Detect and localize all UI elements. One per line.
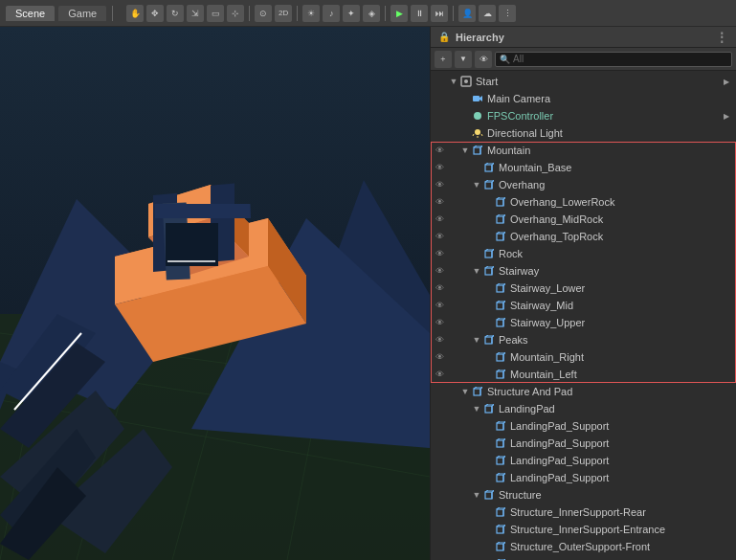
- transform-tool-icon[interactable]: ⊹: [227, 5, 244, 22]
- hierarchy-tree[interactable]: ▼Start▶Main CameraFPSController▶Directio…: [431, 71, 736, 560]
- item-type-icon: [471, 92, 484, 105]
- visibility-eye-icon[interactable]: 👁: [431, 352, 448, 362]
- tree-item-mountain-base[interactable]: 👁Mountain_Base: [431, 159, 736, 176]
- settings-icon[interactable]: ⋮: [499, 5, 516, 22]
- scale-tool-icon[interactable]: ⇲: [187, 5, 204, 22]
- pause-icon[interactable]: ⏸: [411, 5, 428, 22]
- visibility-eye-icon[interactable]: 👁: [431, 180, 448, 190]
- visibility-eye-icon[interactable]: 👁: [431, 283, 448, 293]
- expand-arrow[interactable]: ▼: [471, 266, 482, 276]
- item-type-icon: [494, 505, 507, 519]
- account-icon[interactable]: 👤: [458, 5, 476, 22]
- tab-game[interactable]: Game: [58, 6, 106, 21]
- panel-menu-icon[interactable]: ⋮: [715, 30, 728, 45]
- item-label: Overhang: [499, 179, 732, 190]
- expand-arrow[interactable]: ▼: [471, 404, 482, 414]
- step-icon[interactable]: ⏭: [431, 5, 448, 22]
- expand-arrow[interactable]: ▼: [448, 77, 459, 86]
- expand-arrow[interactable]: ▼: [471, 335, 482, 345]
- tree-item-landingpad-support4[interactable]: LandingPad_Support: [431, 469, 736, 486]
- tree-item-structure-outersupport-front[interactable]: Structure_OuterSupport-Front: [431, 538, 736, 555]
- tree-item-structure-outersupport-back[interactable]: Strcuture_OuterSupport-Back: [431, 555, 736, 560]
- expand-arrow[interactable]: ▼: [471, 490, 482, 500]
- tree-item-landingpad-support2[interactable]: LandingPad_Support: [431, 435, 736, 452]
- search-box[interactable]: 🔍 All: [495, 52, 732, 67]
- move-tool-icon[interactable]: ✥: [146, 5, 164, 22]
- tree-item-stairway-upper[interactable]: 👁Stairway_Upper: [431, 314, 736, 331]
- visibility-eye-icon[interactable]: 👁: [431, 370, 448, 379]
- search-icon: 🔍: [500, 55, 510, 64]
- tree-item-peaks[interactable]: 👁▼Peaks: [431, 331, 736, 348]
- tree-item-fps[interactable]: FPSController▶: [431, 107, 736, 124]
- tree-item-overhang-midrock[interactable]: 👁Overhang_MidRock: [431, 211, 736, 228]
- item-label: Mountain: [487, 145, 732, 156]
- tree-item-main-camera[interactable]: Main Camera: [431, 90, 736, 107]
- item-type-icon: [482, 161, 496, 174]
- tree-item-rock[interactable]: 👁Rock: [431, 245, 736, 262]
- tree-item-overhang-lowerrock[interactable]: 👁Overhang_LowerRock: [431, 193, 736, 211]
- item-type-icon: [482, 264, 496, 278]
- play-icon[interactable]: ▶: [390, 5, 408, 22]
- expand-arrow[interactable]: ▼: [471, 180, 482, 190]
- expand-arrow[interactable]: ▼: [459, 387, 471, 396]
- cloud-icon[interactable]: ☁: [479, 5, 496, 22]
- pivot-icon[interactable]: ⊙: [255, 5, 272, 22]
- tree-item-stairway-lower[interactable]: 👁Stairway_Lower: [431, 280, 736, 297]
- item-label: Overhang_LowerRock: [510, 196, 732, 208]
- add-object-button[interactable]: +: [435, 51, 452, 68]
- tree-item-stairway-mid[interactable]: 👁Stairway_Mid: [431, 297, 736, 314]
- lit-icon[interactable]: ☀: [302, 5, 320, 22]
- visibility-eye-icon[interactable]: 👁: [431, 301, 448, 310]
- tree-item-structure-innersupport-entrance[interactable]: Structure_InnerSupport-Entrance: [431, 521, 736, 538]
- tree-item-mountain-left[interactable]: 👁Mountain_Left: [431, 366, 736, 383]
- gizmos-icon[interactable]: ◈: [363, 5, 380, 22]
- item-label: LandingPad_Support: [510, 472, 732, 483]
- 2d-icon[interactable]: 2D: [275, 5, 292, 22]
- svg-rect-53: [497, 234, 503, 240]
- effects-icon[interactable]: ✦: [343, 5, 360, 22]
- item-type-icon: [482, 488, 496, 502]
- svg-point-39: [475, 129, 480, 135]
- tree-item-landing-pad[interactable]: ▼LandingPad: [431, 400, 736, 417]
- item-type-icon: [471, 109, 484, 123]
- expand-arrow[interactable]: ▼: [459, 146, 471, 155]
- scroll-right-arrow[interactable]: ▶: [721, 112, 732, 121]
- item-label: Stairway_Mid: [510, 300, 732, 311]
- svg-rect-83: [485, 492, 492, 499]
- visibility-toggle-icon[interactable]: 👁: [475, 51, 492, 68]
- visibility-eye-icon[interactable]: 👁: [431, 232, 448, 241]
- tree-item-overhang-toprock[interactable]: 👁Overhang_TopRock: [431, 228, 736, 245]
- visibility-eye-icon[interactable]: 👁: [431, 146, 448, 155]
- visibility-eye-icon[interactable]: 👁: [431, 197, 448, 207]
- tree-item-structure-innersupport-rear[interactable]: Structure_InnerSupport-Rear: [431, 504, 736, 521]
- item-type-icon: [494, 213, 507, 226]
- visibility-eye-icon[interactable]: 👁: [431, 214, 448, 224]
- tab-scene[interactable]: Scene: [6, 6, 55, 21]
- tree-item-start[interactable]: ▼Start▶: [431, 73, 736, 90]
- tree-item-landingpad-support3[interactable]: LandingPad_Support: [431, 452, 736, 469]
- item-label: Mountain_Left: [510, 369, 732, 380]
- scene-viewport[interactable]: [0, 27, 430, 560]
- tree-item-structure[interactable]: ▼Structure: [431, 486, 736, 504]
- visibility-eye-icon[interactable]: 👁: [431, 163, 448, 172]
- tree-item-directional-light[interactable]: Directional Light: [431, 124, 736, 142]
- tree-item-structure-and-pad[interactable]: ▼Structure And Pad: [431, 383, 736, 400]
- audio-icon[interactable]: ♪: [323, 5, 340, 22]
- rotate-tool-icon[interactable]: ↻: [167, 5, 184, 22]
- tree-item-mountain[interactable]: 👁▼Mountain: [431, 142, 736, 159]
- visibility-eye-icon[interactable]: 👁: [431, 335, 448, 345]
- hand-tool-icon[interactable]: ✋: [126, 5, 144, 22]
- tree-item-landingpad-support1[interactable]: LandingPad_Support: [431, 417, 736, 435]
- svg-rect-25: [166, 223, 218, 266]
- tree-item-stairway[interactable]: 👁▼Stairway: [431, 262, 736, 280]
- scroll-right-arrow[interactable]: ▶: [721, 78, 732, 86]
- visibility-eye-icon[interactable]: 👁: [431, 249, 448, 258]
- item-label: Structure: [499, 489, 732, 501]
- visibility-eye-icon[interactable]: 👁: [431, 266, 448, 276]
- visibility-eye-icon[interactable]: 👁: [431, 318, 448, 327]
- tree-item-overhang[interactable]: 👁▼Overhang: [431, 176, 736, 193]
- rect-tool-icon[interactable]: ▭: [207, 5, 224, 22]
- tree-item-mountain-right[interactable]: 👁Mountain_Right: [431, 348, 736, 366]
- top-toolbar: Scene Game ✋ ✥ ↻ ⇲ ▭ ⊹ ⊙ 2D ☀ ♪ ✦ ◈ ▶ ⏸ …: [0, 0, 736, 27]
- add-dropdown-icon[interactable]: ▼: [455, 51, 472, 68]
